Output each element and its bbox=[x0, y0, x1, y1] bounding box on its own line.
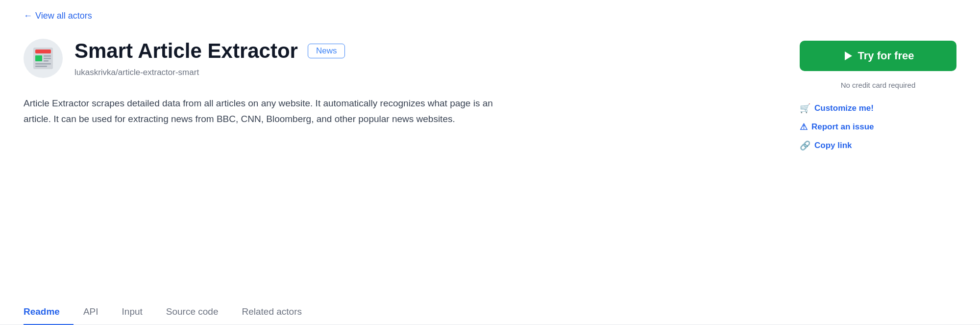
try-free-button[interactable]: Try for free bbox=[800, 41, 956, 71]
tabs-bar: Readme API Input Source code Related act… bbox=[0, 300, 980, 325]
svg-marker-8 bbox=[845, 51, 852, 60]
article-icon bbox=[30, 46, 56, 71]
back-link[interactable]: ← View all actors bbox=[24, 11, 92, 21]
svg-rect-7 bbox=[35, 66, 47, 67]
link-icon: 🔗 bbox=[800, 140, 810, 151]
page-wrapper: ← View all actors bbox=[0, 0, 980, 325]
try-free-label: Try for free bbox=[858, 50, 914, 62]
news-badge[interactable]: News bbox=[308, 44, 345, 58]
tab-related-actors[interactable]: Related actors bbox=[242, 300, 316, 325]
copy-label: Copy link bbox=[814, 141, 852, 150]
right-sidebar: Try for free No credit card required 🛒 C… bbox=[800, 39, 956, 151]
warning-icon: ⚠ bbox=[800, 122, 808, 132]
action-links: 🛒 Customize me! ⚠ Report an issue 🔗 Copy… bbox=[800, 103, 956, 151]
actor-icon bbox=[24, 39, 63, 78]
svg-rect-5 bbox=[44, 60, 49, 62]
actor-description: Article Extractor scrapes detailed data … bbox=[24, 96, 514, 127]
tab-readme[interactable]: Readme bbox=[24, 300, 74, 325]
svg-rect-6 bbox=[35, 63, 51, 65]
no-credit-label: No credit card required bbox=[800, 81, 956, 89]
main-content: Smart Article Extractor News lukaskrivka… bbox=[0, 29, 980, 284]
tab-api[interactable]: API bbox=[83, 300, 112, 325]
report-label: Report an issue bbox=[811, 122, 874, 132]
svg-rect-2 bbox=[35, 55, 42, 61]
copy-link[interactable]: 🔗 Copy link bbox=[800, 140, 852, 151]
actor-slug: lukaskrivka/article-extractor-smart bbox=[74, 68, 345, 77]
left-section: Smart Article Extractor News lukaskrivka… bbox=[24, 39, 710, 127]
top-bar: ← View all actors bbox=[0, 0, 980, 29]
actor-title: Smart Article Extractor bbox=[74, 39, 298, 63]
header-row: Smart Article Extractor News lukaskrivka… bbox=[24, 39, 710, 78]
play-icon bbox=[842, 50, 853, 61]
customize-link[interactable]: 🛒 Customize me! bbox=[800, 103, 874, 114]
cart-icon: 🛒 bbox=[800, 103, 810, 114]
svg-rect-1 bbox=[35, 50, 51, 53]
customize-label: Customize me! bbox=[814, 103, 874, 113]
back-arrow-icon: ← bbox=[24, 11, 32, 21]
title-badge-group: Smart Article Extractor News lukaskrivka… bbox=[74, 39, 345, 77]
tab-input[interactable]: Input bbox=[122, 300, 156, 325]
svg-rect-4 bbox=[44, 58, 51, 59]
report-link[interactable]: ⚠ Report an issue bbox=[800, 122, 874, 132]
title-row: Smart Article Extractor News bbox=[74, 39, 345, 63]
back-link-label: View all actors bbox=[35, 11, 92, 21]
svg-rect-3 bbox=[44, 55, 51, 57]
tab-source-code[interactable]: Source code bbox=[166, 300, 232, 325]
